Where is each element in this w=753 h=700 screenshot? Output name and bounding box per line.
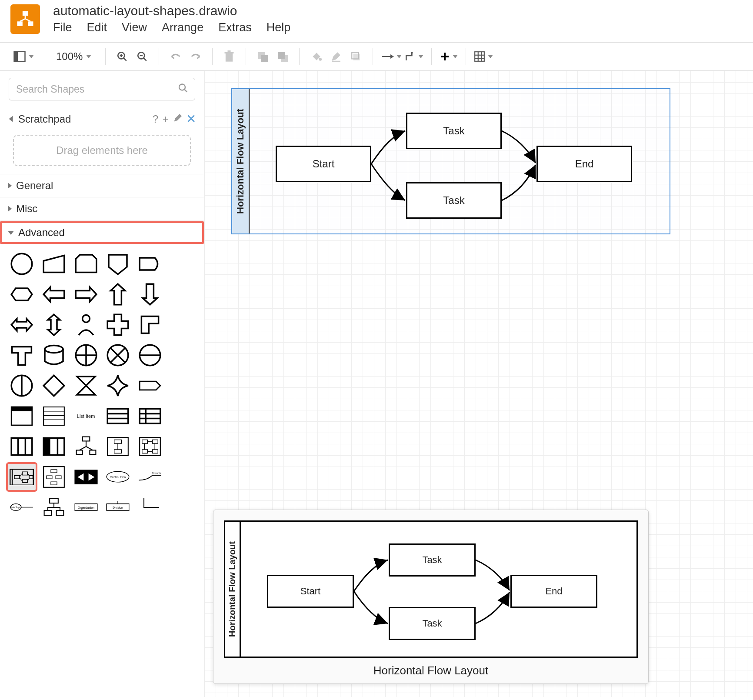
shape-vertical-flow-layout[interactable] [40, 464, 68, 490]
svg-rect-4 [14, 52, 18, 62]
shape-delay[interactable] [136, 251, 164, 277]
zoom-select[interactable]: 100% [50, 50, 97, 63]
shape-circle-plus[interactable] [72, 342, 100, 368]
waypoint-style-button[interactable] [404, 48, 423, 65]
shape-actor[interactable] [72, 312, 100, 338]
menu-edit[interactable]: Edit [87, 21, 107, 34]
search-icon[interactable] [178, 83, 188, 96]
node-end[interactable]: End [536, 146, 632, 182]
shape-hourglass[interactable] [72, 373, 100, 399]
to-front-button[interactable] [254, 48, 271, 65]
shape-blank[interactable] [168, 494, 196, 520]
menu-extras[interactable]: Extras [218, 21, 252, 34]
shape-cols-3-filled[interactable] [40, 433, 68, 460]
shape-corner[interactable] [136, 312, 164, 338]
section-advanced[interactable]: Advanced [0, 221, 204, 244]
shape-star4[interactable] [104, 373, 132, 399]
flow-title-bar[interactable]: Horizontal Flow Layout [232, 89, 250, 233]
shape-cylinder[interactable] [40, 342, 68, 368]
menu-help[interactable]: Help [267, 21, 291, 34]
shape-list[interactable] [40, 403, 68, 429]
shape-blank[interactable] [168, 433, 196, 460]
section-general[interactable]: General [0, 174, 204, 197]
shape-cross[interactable] [104, 312, 132, 338]
svg-point-36 [45, 346, 63, 353]
menu-file[interactable]: File [53, 21, 72, 34]
svg-rect-82 [10, 469, 33, 485]
section-misc[interactable]: Misc [0, 197, 204, 220]
shape-blank[interactable] [168, 403, 196, 429]
shape-flow-v[interactable] [104, 433, 132, 460]
node-task-1[interactable]: Task [406, 113, 502, 149]
shape-arrow-down[interactable] [136, 281, 164, 307]
node-start[interactable]: Start [276, 146, 371, 182]
line-color-button[interactable] [327, 48, 345, 65]
shape-card[interactable] [72, 251, 100, 277]
shape-division[interactable]: Division [104, 494, 132, 520]
zoom-out-button[interactable] [133, 48, 151, 65]
connection-style-button[interactable] [381, 48, 402, 65]
shape-blank[interactable] [168, 312, 196, 338]
search-input[interactable] [9, 78, 195, 100]
node-task-2[interactable]: Task [406, 182, 502, 219]
redo-button[interactable] [187, 48, 204, 65]
shape-blank[interactable] [168, 281, 196, 307]
document-title[interactable]: automatic-layout-shapes.drawio [53, 3, 290, 18]
shape-horizontal-flow-layout[interactable] [8, 464, 36, 490]
scratchpad-dropzone[interactable]: Drag elements here [13, 135, 191, 166]
to-back-button[interactable] [274, 48, 291, 65]
shape-offpage[interactable] [104, 251, 132, 277]
shape-arrow-right[interactable] [72, 281, 100, 307]
shape-manual-input[interactable] [40, 251, 68, 277]
shape-sub-topic[interactable]: Sub Topic [8, 494, 36, 520]
help-icon[interactable]: ? [153, 113, 158, 125]
shape-hexagon[interactable] [8, 281, 36, 307]
shape-cols-3[interactable] [8, 433, 36, 460]
shape-arrow-up[interactable] [104, 281, 132, 307]
shape-tree-layout[interactable] [72, 433, 100, 460]
flow-layout-container[interactable]: Horizontal Flow Layout Start Task Task E… [231, 88, 670, 234]
shape-signal[interactable] [136, 373, 164, 399]
shape-diamond[interactable] [40, 373, 68, 399]
shape-arrow-left[interactable] [40, 281, 68, 307]
sidebar: Scratchpad ? + ✕ Drag elements here Gene… [0, 71, 204, 697]
shape-connector-down[interactable] [136, 494, 164, 520]
fill-color-button[interactable] [307, 48, 325, 65]
shape-circle-minus[interactable] [136, 342, 164, 368]
shape-circle-vline[interactable] [8, 373, 36, 399]
shape-blank[interactable] [168, 464, 196, 490]
delete-button[interactable] [220, 48, 238, 65]
svg-rect-90 [47, 476, 52, 479]
shape-blank[interactable] [168, 373, 196, 399]
shape-window[interactable] [8, 403, 36, 429]
shape-branch[interactable]: Branch [136, 464, 164, 490]
shadow-button[interactable] [347, 48, 365, 65]
shape-org-chart[interactable] [40, 494, 68, 520]
zoom-in-button[interactable] [113, 48, 131, 65]
shape-blank[interactable] [168, 251, 196, 277]
scratchpad-header[interactable]: Scratchpad ? + ✕ [0, 107, 204, 131]
canvas[interactable]: Horizontal Flow Layout Start Task Task E… [204, 71, 753, 697]
add-icon[interactable]: + [163, 113, 169, 125]
shape-circle-x[interactable] [104, 342, 132, 368]
shape-dark-flow[interactable] [72, 464, 100, 490]
menu-view[interactable]: View [122, 21, 147, 34]
shape-arrow-bidir-v[interactable] [40, 312, 68, 338]
shape-list-item[interactable]: List Item [72, 403, 100, 429]
menu-arrange[interactable]: Arrange [162, 21, 203, 34]
edit-icon[interactable] [173, 113, 182, 125]
shape-central-idea[interactable]: Central Idea [104, 464, 132, 490]
shape-flow-grid[interactable] [136, 433, 164, 460]
shape-arrow-bidir-h[interactable] [8, 312, 36, 338]
close-icon[interactable]: ✕ [186, 112, 196, 126]
sidebar-toggle-button[interactable] [13, 48, 34, 65]
insert-button[interactable] [440, 48, 458, 65]
shape-blank[interactable] [168, 342, 196, 368]
shape-organization[interactable]: Organization [72, 494, 100, 520]
undo-button[interactable] [167, 48, 184, 65]
shape-ellipse[interactable] [8, 251, 36, 277]
shape-table-3row[interactable] [104, 403, 132, 429]
table-button[interactable] [474, 48, 493, 65]
shape-table-2col[interactable] [136, 403, 164, 429]
shape-tee[interactable] [8, 342, 36, 368]
